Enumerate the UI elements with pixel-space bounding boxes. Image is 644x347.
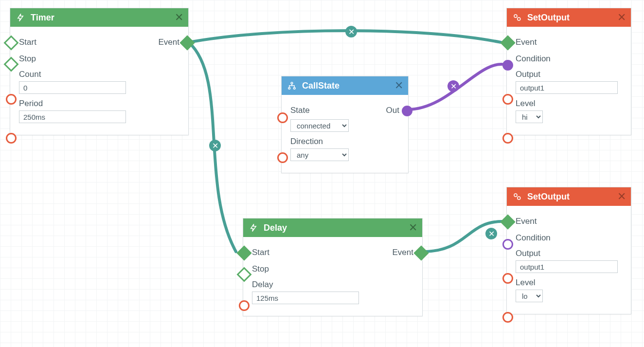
node-delay[interactable]: Delay ✕ Start Event Stop Delay (243, 218, 423, 316)
field-label-state: State (290, 106, 386, 115)
count-input[interactable] (19, 81, 126, 94)
svg-point-6 (518, 197, 520, 200)
gears-icon (512, 12, 522, 23)
port-label-start: Start (19, 37, 159, 47)
period-input[interactable] (19, 110, 126, 123)
edge-delete-icon[interactable]: ✕ (345, 26, 357, 37)
field-label-level: Level (516, 278, 622, 288)
node-timer[interactable]: Timer ✕ Start Event Stop Count Period (10, 8, 189, 135)
port-condition[interactable] (502, 60, 513, 71)
port-label-event: Event (516, 217, 622, 226)
port-label-condition: Condition (516, 233, 622, 243)
edge-delete-icon[interactable]: ✕ (447, 80, 459, 92)
port-delay[interactable] (239, 300, 250, 311)
flow-canvas[interactable]: ✕ ✕ ✕ ✕ Timer ✕ Start Event Stop Count (0, 0, 644, 347)
port-count[interactable] (6, 94, 17, 105)
output-input[interactable] (516, 260, 618, 273)
port-label-condition: Condition (516, 54, 622, 64)
port-out[interactable] (402, 106, 412, 116)
direction-select[interactable]: any (290, 148, 349, 161)
field-label-output: Output (516, 249, 622, 258)
node-title: Delay (264, 223, 409, 233)
node-titlebar[interactable]: SetOutput ✕ (507, 187, 631, 206)
level-select[interactable]: lo (516, 290, 543, 302)
field-label-delay: Delay (252, 280, 413, 290)
lightning-icon (15, 12, 26, 23)
node-callstate[interactable]: CallState ✕ State Out connected Directio… (281, 76, 409, 173)
state-select[interactable]: connected (290, 119, 349, 132)
edge-delete-icon[interactable]: ✕ (209, 140, 221, 151)
svg-point-3 (514, 15, 517, 18)
close-icon[interactable]: ✕ (617, 11, 626, 24)
port-level[interactable] (502, 133, 513, 144)
close-icon[interactable]: ✕ (175, 11, 183, 24)
svg-point-2 (293, 87, 295, 89)
node-setoutput-2[interactable]: SetOutput ✕ Event Condition Output Level… (506, 187, 631, 314)
delay-input[interactable] (252, 292, 359, 304)
svg-point-0 (291, 82, 293, 84)
field-label-period: Period (19, 99, 179, 109)
svg-point-4 (518, 18, 520, 20)
field-label-output: Output (516, 70, 622, 79)
port-label-stop: Stop (19, 54, 179, 64)
port-period[interactable] (6, 133, 17, 144)
lightning-icon (248, 222, 259, 233)
port-state[interactable] (277, 112, 288, 123)
port-output[interactable] (502, 94, 513, 105)
port-label-out: Out (386, 106, 399, 115)
port-label-event: Event (393, 248, 413, 257)
edge-delete-icon[interactable]: ✕ (485, 228, 497, 239)
field-label-count: Count (19, 70, 179, 79)
gears-icon (512, 191, 522, 202)
node-titlebar[interactable]: Delay ✕ (243, 219, 422, 237)
field-label-level: Level (516, 99, 622, 109)
svg-point-1 (288, 87, 290, 89)
close-icon[interactable]: ✕ (409, 221, 417, 234)
node-setoutput-1[interactable]: SetOutput ✕ Event Condition Output Level… (506, 8, 631, 135)
port-label-stop: Stop (252, 264, 413, 274)
node-title: SetOutput (527, 13, 617, 23)
port-level[interactable] (502, 312, 513, 323)
node-titlebar[interactable]: CallState ✕ (282, 76, 408, 95)
port-label-event: Event (516, 37, 622, 47)
port-output[interactable] (502, 273, 513, 284)
port-direction[interactable] (277, 152, 288, 163)
node-title: SetOutput (527, 192, 617, 202)
svg-point-5 (514, 194, 517, 197)
sitemap-icon (286, 80, 297, 91)
port-condition[interactable] (502, 239, 513, 250)
node-titlebar[interactable]: SetOutput ✕ (507, 8, 631, 27)
node-titlebar[interactable]: Timer ✕ (10, 8, 188, 27)
node-title: Timer (31, 13, 175, 23)
output-input[interactable] (516, 81, 618, 94)
close-icon[interactable]: ✕ (394, 79, 403, 92)
close-icon[interactable]: ✕ (617, 190, 626, 203)
node-title: CallState (302, 81, 394, 91)
port-label-start: Start (252, 248, 393, 257)
level-select[interactable]: hi (516, 110, 543, 123)
port-label-event: Event (159, 37, 179, 47)
field-label-direction: Direction (290, 137, 399, 146)
